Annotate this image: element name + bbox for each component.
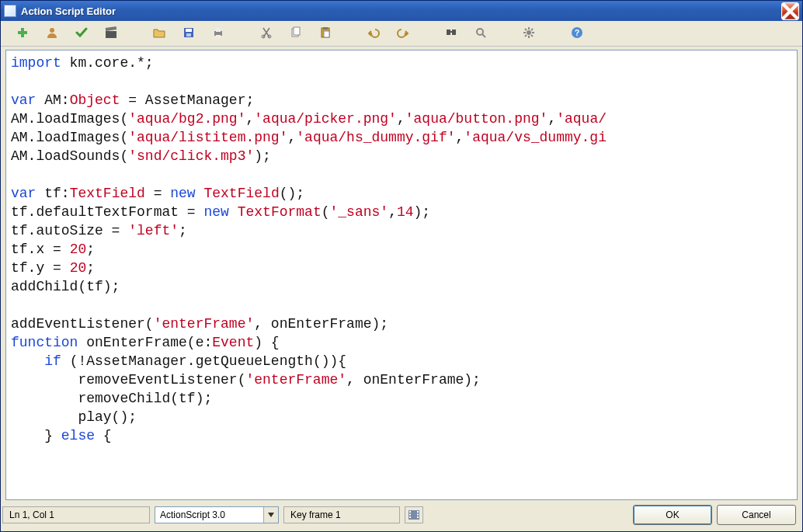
check-button[interactable] — [74, 26, 89, 41]
svg-rect-20 — [450, 31, 453, 33]
svg-rect-40 — [417, 516, 419, 518]
toolbar: ? — [1, 21, 802, 47]
add-button[interactable] — [15, 26, 30, 41]
svg-rect-37 — [409, 516, 411, 518]
svg-rect-36 — [409, 514, 411, 516]
titlebar: Action Script Editor — [1, 1, 802, 21]
redo-button[interactable] — [395, 26, 411, 41]
close-icon — [782, 3, 798, 19]
svg-line-30 — [531, 29, 533, 30]
svg-rect-6 — [186, 29, 192, 32]
settings-button[interactable] — [521, 26, 537, 41]
settings-icon — [523, 26, 535, 40]
svg-line-28 — [525, 29, 527, 30]
svg-rect-4 — [106, 26, 116, 31]
clapper-icon — [105, 26, 117, 40]
undo-icon — [367, 26, 380, 40]
svg-rect-1 — [18, 31, 27, 34]
language-value: ActionScript 3.0 — [160, 509, 225, 520]
help-button[interactable]: ? — [569, 26, 585, 41]
editor: import km.core.*; var AM:Object = AssetM… — [5, 50, 798, 500]
paste-button[interactable] — [318, 26, 333, 41]
user-button[interactable] — [44, 26, 60, 41]
goto-icon — [474, 26, 487, 40]
svg-rect-35 — [409, 511, 411, 513]
code-area[interactable]: import km.core.*; var AM:Object = AssetM… — [6, 50, 797, 476]
cancel-button[interactable]: Cancel — [717, 505, 796, 525]
user-icon — [46, 26, 58, 40]
save-icon — [182, 26, 195, 40]
open-button[interactable] — [151, 26, 167, 41]
editor-scroll[interactable]: import km.core.*; var AM:Object = AssetM… — [6, 50, 797, 499]
svg-rect-39 — [417, 514, 419, 516]
cut-icon — [260, 26, 273, 40]
keyframe-label: Key frame 1 — [283, 506, 400, 523]
svg-rect-3 — [106, 31, 116, 38]
check-icon — [75, 26, 88, 40]
add-icon — [16, 26, 29, 40]
window: Action Script Editor ? import km.core.*;… — [0, 0, 803, 532]
open-icon — [153, 26, 165, 40]
help-icon: ? — [571, 26, 583, 40]
window-title: Action Script Editor — [21, 5, 781, 17]
svg-line-31 — [525, 35, 527, 37]
undo-button[interactable] — [366, 26, 381, 41]
ok-button[interactable]: OK — [633, 505, 712, 525]
language-select[interactable]: ActionScript 3.0 — [155, 506, 279, 523]
find-button[interactable] — [443, 26, 459, 41]
svg-rect-9 — [216, 28, 221, 32]
print-icon — [212, 26, 224, 40]
svg-point-23 — [527, 30, 531, 35]
svg-rect-7 — [186, 33, 191, 37]
copy-button[interactable] — [288, 26, 304, 41]
svg-point-2 — [50, 28, 54, 33]
svg-rect-38 — [417, 511, 419, 513]
svg-rect-10 — [216, 35, 221, 37]
svg-rect-17 — [324, 31, 329, 37]
status-bar: Ln 1, Col 1 ActionScript 3.0 Key frame 1… — [1, 500, 802, 531]
cursor-position: Ln 1, Col 1 — [2, 506, 150, 523]
cut-button[interactable] — [259, 26, 274, 41]
print-button[interactable] — [210, 26, 226, 41]
copy-icon — [290, 26, 302, 40]
svg-text:?: ? — [575, 29, 579, 37]
clapper-button[interactable] — [103, 26, 119, 41]
close-button[interactable] — [781, 2, 799, 20]
keyframe-icon[interactable] — [405, 506, 423, 523]
svg-point-21 — [477, 29, 483, 35]
app-icon — [4, 5, 16, 17]
svg-rect-14 — [294, 27, 300, 35]
svg-line-22 — [482, 34, 485, 37]
save-button[interactable] — [181, 26, 196, 41]
goto-button[interactable] — [473, 26, 488, 41]
find-icon — [445, 26, 457, 40]
dropdown-arrow-icon — [263, 507, 278, 523]
paste-icon — [319, 26, 332, 40]
svg-line-29 — [531, 35, 533, 37]
svg-rect-16 — [323, 27, 328, 30]
redo-icon — [397, 26, 409, 40]
